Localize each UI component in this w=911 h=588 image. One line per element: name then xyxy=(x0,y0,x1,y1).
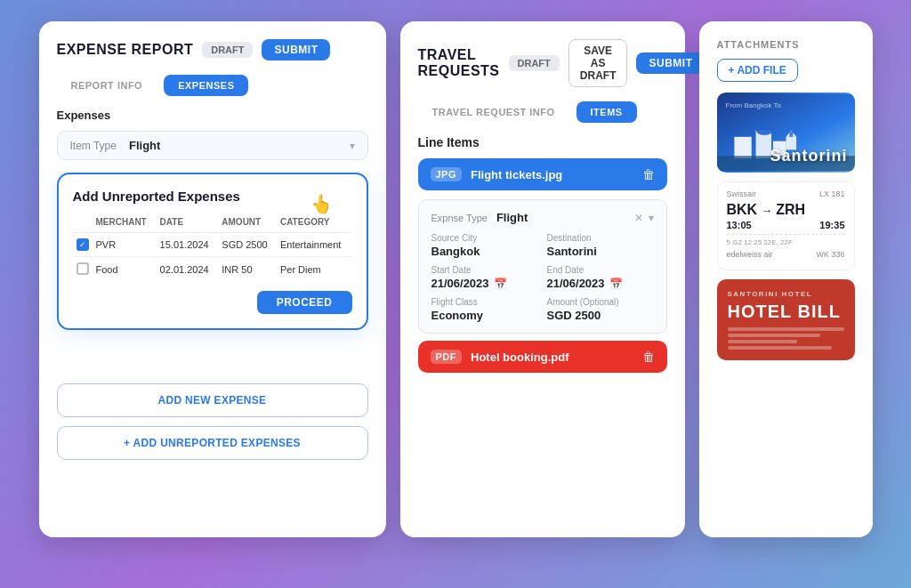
attachments-card: ATTACHMENTS + ADD FILE xyxy=(699,21,873,537)
airline2-row: edelweiss air WK 336 xyxy=(727,250,845,259)
row-amount: INR 50 xyxy=(218,257,277,283)
santorini-overlay-text: Santorini xyxy=(770,147,847,165)
end-date-calendar-icon[interactable]: 📅 xyxy=(609,278,623,290)
start-date-value: 21/06/2023 📅 xyxy=(431,277,538,290)
hotel-name: SANTORINI HOTEL xyxy=(728,290,844,298)
departure-time: 13:05 xyxy=(727,220,752,230)
col-amount: AMOUNT xyxy=(218,214,277,233)
travel-submit-button[interactable]: SUBMIT xyxy=(636,52,705,74)
jpg-delete-icon[interactable]: 🗑 xyxy=(642,167,655,181)
row-category: Entertainment xyxy=(277,233,352,257)
tab-report-info[interactable]: REPORT INFO xyxy=(57,75,157,96)
start-date-item: Start Date 21/06/2023 📅 xyxy=(431,265,538,290)
flight-number2: WK 336 xyxy=(816,250,844,259)
hotel-bill-text: HOTEL BILL xyxy=(728,302,844,322)
row-checkbox-0[interactable]: ✓ xyxy=(77,238,89,251)
route-arrow-icon: → xyxy=(761,204,772,217)
arrival-time: 19:35 xyxy=(819,220,844,230)
airline2-name: edelweiss air xyxy=(727,250,773,259)
col-merchant: MERCHANT xyxy=(93,214,157,233)
tab-items[interactable]: ITEMS xyxy=(576,101,637,123)
expense-draft-badge: DRAFT xyxy=(202,42,253,58)
travel-draft-badge: DRAFT xyxy=(509,55,560,71)
save-as-draft-button[interactable]: SAVE AS DRAFT xyxy=(568,39,628,87)
end-date-item: End Date 21/06/2023 📅 xyxy=(547,265,654,290)
row-checkbox-1[interactable] xyxy=(77,262,89,275)
expense-submit-button[interactable]: SUBMIT xyxy=(262,39,330,60)
col-category: CATEGORY xyxy=(277,214,352,233)
expense-report-title: EXPENSE REPORT xyxy=(57,42,194,58)
row-merchant: Food xyxy=(93,257,157,283)
destination-item: Destination Santorini xyxy=(547,233,654,258)
amount-value: SGD 2500 xyxy=(547,309,654,322)
add-new-expense-button[interactable]: ADD NEW EXPENSE xyxy=(57,383,368,417)
hotel-line-1 xyxy=(728,327,844,331)
pdf-file-name: Hotel booking.pdf xyxy=(471,350,633,364)
jpg-file-name: Flight tickets.jpg xyxy=(471,168,633,181)
col-date: DATE xyxy=(157,214,219,233)
flight-detail-grid: Source City Bangkok Destination Santorin… xyxy=(431,233,654,322)
expense-table-row: Food 02.01.2024 INR 50 Per Diem xyxy=(73,257,352,283)
source-city-label: Source City xyxy=(431,233,538,243)
end-date-label: End Date xyxy=(547,265,654,275)
row-checkbox-cell[interactable] xyxy=(73,257,93,283)
flight-type-row: Expnse Type Flight ✕ ▾ xyxy=(431,211,654,224)
boarding-airline-row: Swissair LX 181 xyxy=(727,189,845,198)
item-type-row: Item Type Flight ▾ xyxy=(57,131,368,160)
hotel-line-4 xyxy=(728,346,833,350)
row-date: 15.01.2024 xyxy=(157,233,219,257)
destination-label: Destination xyxy=(547,233,654,243)
source-city-value: Bangkok xyxy=(431,245,538,258)
travel-tab-bar: TRAVEL REQUEST INFO ITEMS xyxy=(418,101,667,123)
svg-point-4 xyxy=(755,125,772,135)
pdf-badge: PDF xyxy=(431,350,463,364)
santorini-image: From Bangkok To Santorini xyxy=(717,93,855,173)
svg-rect-1 xyxy=(734,137,751,158)
flight-details-box: Expnse Type Flight ✕ ▾ Source City Bangk… xyxy=(418,199,667,334)
jpg-file-card: JPG Flight tickets.jpg 🗑 xyxy=(418,158,667,190)
from-city: BKK xyxy=(727,202,758,218)
row-category: Per Diem xyxy=(277,257,352,283)
flight-number: LX 181 xyxy=(819,189,845,198)
airline-name: Swissair xyxy=(727,189,757,198)
svg-rect-7 xyxy=(789,132,793,137)
proceed-button[interactable]: PROCEED xyxy=(257,291,352,314)
add-file-button[interactable]: + ADD FILE xyxy=(717,59,798,82)
tab-expenses[interactable]: EXPENSES xyxy=(164,75,248,96)
hotel-card: SANTORINI HOTEL HOTEL BILL xyxy=(717,279,855,360)
add-unreported-expenses-button[interactable]: + ADD UNREPORTED EXPENSES xyxy=(57,426,368,460)
tab-travel-request-info[interactable]: TRAVEL REQUEST INFO xyxy=(418,101,569,123)
amount-label: Amount (Optional) xyxy=(547,297,654,307)
flight-class-value: Economy xyxy=(431,309,538,322)
expenses-section-label: Expenses xyxy=(57,109,368,122)
expense-tab-bar: REPORT INFO EXPENSES xyxy=(57,75,368,96)
line-items-label: Line Items xyxy=(418,135,667,149)
boarding-extra: 5 G2 12:25 22E, 22F xyxy=(727,238,845,246)
boarding-times: 13:05 19:35 xyxy=(727,220,845,230)
pdf-delete-icon[interactable]: 🗑 xyxy=(642,350,655,364)
travel-card-header: TRAVEL REQUESTS DRAFT SAVE AS DRAFT SUBM… xyxy=(418,39,667,87)
travel-requests-card: TRAVEL REQUESTS DRAFT SAVE AS DRAFT SUBM… xyxy=(400,21,685,537)
hotel-lines xyxy=(728,327,844,350)
boarding-pass-card: Swissair LX 181 BKK → ZRH 13:05 19:35 5 … xyxy=(717,181,855,270)
row-amount: SGD 2500 xyxy=(218,233,277,257)
seat-info: 5 G2 12:25 22E, 22F xyxy=(727,238,793,246)
flight-class-label: Flight Class xyxy=(431,297,538,307)
start-date-calendar-icon[interactable]: 📅 xyxy=(494,278,507,290)
start-date-label: Start Date xyxy=(431,265,538,275)
expense-type-label: Expnse Type xyxy=(431,213,488,223)
item-type-dropdown-icon[interactable]: ▾ xyxy=(350,140,355,152)
source-city-item: Source City Bangkok xyxy=(431,233,538,258)
attachments-label: ATTACHMENTS xyxy=(717,39,855,50)
row-date: 02.01.2024 xyxy=(157,257,219,283)
hotel-line-3 xyxy=(728,340,798,343)
expense-type-dropdown-icon[interactable]: ▾ xyxy=(649,212,654,224)
pdf-file-card: PDF Hotel booking.pdf 🗑 xyxy=(418,341,667,373)
to-city: ZRH xyxy=(776,202,805,218)
expense-table-row: ✓ PVR 15.01.2024 SGD 2500 Entertainment xyxy=(73,233,352,257)
expense-type-clear-icon[interactable]: ✕ xyxy=(634,212,643,224)
travel-requests-title: TRAVEL REQUESTS xyxy=(418,47,500,79)
row-checkbox-cell[interactable]: ✓ xyxy=(73,233,93,257)
amount-item: Amount (Optional) SGD 2500 xyxy=(547,297,654,322)
santorini-sub-text: From Bangkok To xyxy=(726,101,782,109)
